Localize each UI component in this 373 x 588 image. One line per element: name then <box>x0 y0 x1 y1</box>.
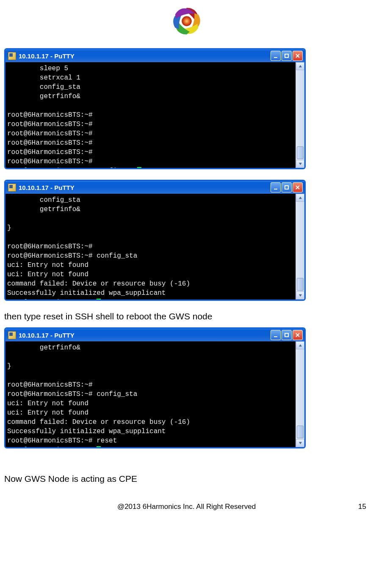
putty-app-icon <box>8 331 16 339</box>
cursor-icon <box>97 299 101 299</box>
titlebar[interactable]: 10.10.1.17 - PuTTY <box>6 329 304 341</box>
putty-app-icon <box>8 184 16 192</box>
svg-rect-5 <box>274 336 277 337</box>
putty-window-1: 10.10.1.17 - PuTTY sleep 5 setrxcal 1 co… <box>4 48 306 169</box>
close-button[interactable] <box>293 182 303 192</box>
putty-window-2: 10.10.1.17 - PuTTY config_sta getrfinfo&… <box>4 180 306 301</box>
scroll-thumb[interactable] <box>297 426 304 438</box>
scrollbar[interactable] <box>296 194 304 299</box>
maximize-button[interactable] <box>282 330 292 340</box>
scroll-down-icon[interactable] <box>296 291 304 299</box>
copyright-text: @2013 6Harmonics Inc. All Right Reserved <box>24 503 349 511</box>
svg-rect-2 <box>285 54 288 58</box>
page-footer: @2013 6Harmonics Inc. All Right Reserved… <box>0 490 373 516</box>
scroll-down-icon[interactable] <box>296 160 304 168</box>
page-number: 15 <box>349 503 366 511</box>
scroll-down-icon[interactable] <box>296 439 304 447</box>
putty-app-icon <box>8 52 16 60</box>
terminal-output[interactable]: sleep 5 setrxcal 1 config_sta getrfinfo&… <box>6 62 296 168</box>
cursor-icon <box>137 167 141 168</box>
scroll-up-icon[interactable] <box>296 194 304 202</box>
cursor-icon <box>97 446 101 447</box>
scroll-up-icon[interactable] <box>296 62 304 70</box>
result-text: Now GWS Node is acting as CPE <box>4 474 369 484</box>
maximize-button[interactable] <box>282 182 292 192</box>
company-logo <box>4 0 369 44</box>
svg-point-0 <box>182 16 191 26</box>
minimize-button[interactable] <box>271 182 281 192</box>
svg-rect-4 <box>285 186 288 189</box>
close-button[interactable] <box>293 330 303 340</box>
terminal-output[interactable]: getrfinfo& } root@6HarmonicsBTS:~# root@… <box>6 341 296 447</box>
putty-window-3: 10.10.1.17 - PuTTY getrfinfo& } root@6Ha… <box>4 327 306 448</box>
instruction-text: then type reset in SSH shell to reboot t… <box>4 311 369 321</box>
scroll-track[interactable] <box>296 349 304 439</box>
scroll-track[interactable] <box>296 70 304 160</box>
scroll-up-icon[interactable] <box>296 341 304 349</box>
titlebar[interactable]: 10.10.1.17 - PuTTY <box>6 181 304 194</box>
scrollbar[interactable] <box>296 62 304 168</box>
window-title: 10.10.1.17 - PuTTY <box>19 184 271 191</box>
titlebar[interactable]: 10.10.1.17 - PuTTY <box>6 49 304 62</box>
svg-rect-6 <box>285 333 288 337</box>
minimize-button[interactable] <box>271 330 281 340</box>
minimize-button[interactable] <box>271 51 281 61</box>
scroll-thumb[interactable] <box>297 278 304 291</box>
window-title: 10.10.1.17 - PuTTY <box>19 332 271 339</box>
svg-rect-1 <box>274 57 277 58</box>
window-title: 10.10.1.17 - PuTTY <box>19 52 271 60</box>
maximize-button[interactable] <box>282 51 292 61</box>
terminal-output[interactable]: config_sta getrfinfo& } root@6HarmonicsB… <box>6 194 296 299</box>
svg-rect-3 <box>274 189 277 190</box>
close-button[interactable] <box>293 51 303 61</box>
scrollbar[interactable] <box>296 341 304 447</box>
scroll-track[interactable] <box>296 202 304 291</box>
scroll-thumb[interactable] <box>297 146 304 159</box>
